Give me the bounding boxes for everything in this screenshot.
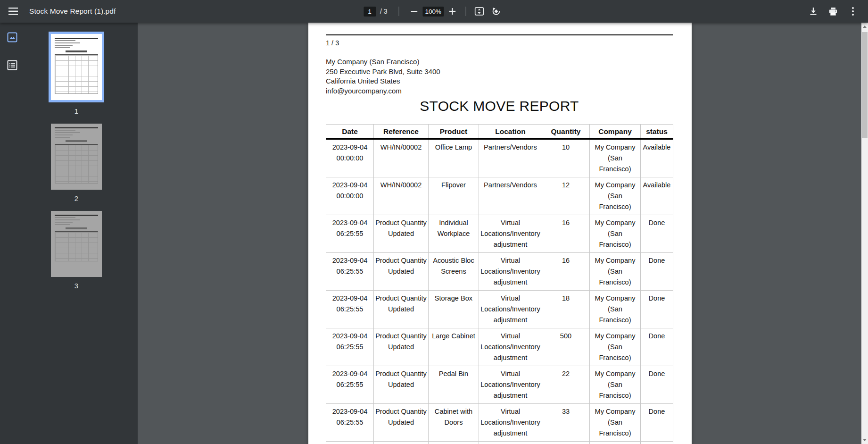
scrollbar-thumb[interactable] — [862, 32, 868, 138]
table-cell: Done — [641, 442, 673, 444]
report-page-indicator: 1 / 3 — [326, 38, 673, 48]
thumbnail-page-preview[interactable] — [51, 211, 102, 277]
scroll-up-arrow-icon — [863, 25, 867, 28]
vertical-scrollbar[interactable] — [861, 23, 868, 444]
table-cell: Individual Workplace — [429, 215, 479, 253]
table-cell: Conference Chair — [429, 442, 479, 444]
table-cell: Product Quantity Updated — [374, 215, 429, 253]
mini-text-line — [55, 217, 75, 218]
table-cell: Done — [641, 366, 673, 404]
table-cell: Office Lamp — [429, 139, 479, 177]
page-thumbnail-2[interactable]: 2 — [51, 124, 102, 203]
table-cell: 22 — [542, 366, 590, 404]
download-button[interactable] — [805, 3, 822, 20]
table-cell: 2023-09-04 06:25:55 — [326, 404, 374, 442]
thumbnail-page-number: 1 — [74, 106, 78, 116]
table-header-cell: Reference — [374, 125, 429, 139]
table-cell: 2023-09-04 06:25:55 — [326, 366, 374, 404]
table-cell: WH/IN/00002 — [374, 177, 429, 215]
document-outline-button[interactable] — [4, 57, 21, 74]
table-header-cell: Location — [479, 125, 542, 139]
zoom-out-button[interactable] — [406, 3, 423, 20]
thumbnail-sidebar: 123 — [0, 23, 138, 444]
page-count-label: / 3 — [380, 8, 388, 15]
print-icon — [829, 7, 837, 16]
table-cell: 26 — [542, 442, 590, 444]
thumbnails-view-button[interactable] — [4, 29, 21, 46]
table-cell: 2023-09-04 00:00:00 — [326, 139, 374, 177]
page-thumbnail-3[interactable]: 3 — [51, 211, 102, 291]
table-cell: 12 — [542, 177, 590, 215]
table-header-cell: Quantity — [542, 125, 590, 139]
menu-icon — [8, 8, 18, 15]
mini-table — [55, 144, 98, 184]
table-cell: Done — [641, 291, 673, 328]
table-cell: My Company (San Francisco) — [590, 215, 641, 253]
toolbar-divider — [399, 7, 399, 16]
more-options-button[interactable] — [844, 3, 861, 20]
table-header-cell: Company — [590, 125, 641, 139]
menu-button[interactable] — [5, 3, 22, 20]
print-button[interactable] — [825, 3, 842, 20]
page-thumbnail-1[interactable]: 1 — [49, 32, 104, 116]
mini-text-line — [55, 137, 70, 138]
table-cell: Product Quantity Updated — [374, 291, 429, 328]
company-name: My Company (San Francisco) — [326, 57, 673, 67]
table-cell: Partners/Vendors — [479, 139, 542, 177]
mini-text-line — [55, 224, 70, 225]
document-viewport[interactable]: 1 / 3 My Company (San Francisco) 250 Exe… — [138, 23, 868, 444]
zoom-in-button[interactable] — [444, 3, 461, 20]
zoom-in-icon — [449, 8, 455, 15]
table-cell: Partners/Vendors — [479, 177, 542, 215]
table-cell: 10 — [542, 139, 590, 177]
table-cell: My Company (San Francisco) — [590, 291, 641, 328]
more-vertical-icon — [852, 7, 854, 16]
table-cell: 16 — [542, 253, 590, 291]
table-header-row: DateReferenceProductLocationQuantityComp… — [326, 125, 673, 139]
report-header-rule — [326, 34, 673, 35]
mini-title-bar — [66, 140, 87, 142]
rotate-counterclockwise-button[interactable] — [488, 3, 504, 20]
table-row: 2023-09-04 06:25:55Product Quantity Upda… — [326, 253, 673, 291]
table-cell: 2023-09-04 06:25:55 — [326, 215, 374, 253]
table-cell: 2023-09-04 00:00:00 — [326, 177, 374, 215]
scroll-down-button[interactable] — [861, 436, 868, 444]
page-number-input[interactable] — [364, 7, 376, 17]
thumbnail-page-number: 3 — [74, 281, 78, 291]
table-cell: My Company (San Francisco) — [590, 253, 641, 291]
table-cell: Large Cabinet — [429, 328, 479, 366]
table-header-cell: Product — [429, 125, 479, 139]
table-row: 2023-09-04 00:00:00WH/IN/00002Office Lam… — [326, 139, 673, 177]
table-cell: 16 — [542, 215, 590, 253]
table-cell: Cabinet with Doors — [429, 404, 479, 442]
mini-text-line — [55, 45, 73, 46]
toolbar-right-group — [805, 3, 868, 20]
thumbnail-list: 123 — [25, 23, 128, 444]
mini-text-line — [55, 219, 80, 220]
table-cell: 2023-09-04 06:25:55 — [326, 328, 374, 366]
toolbar-left-group: Stock Move Report (1).pdf — [0, 3, 116, 20]
mini-rule — [55, 127, 98, 128]
company-address-block: My Company (San Francisco) 250 Executive… — [326, 57, 673, 96]
scroll-up-button[interactable] — [861, 23, 868, 31]
thumbnails-view-icon — [7, 32, 17, 44]
fit-page-button[interactable] — [471, 3, 488, 20]
table-cell: Virtual Locations/Inventory adjustment — [479, 253, 542, 291]
table-cell: Virtual Locations/Inventory adjustment — [479, 366, 542, 404]
fit-page-icon — [474, 7, 484, 16]
zoom-level-button[interactable]: 100% — [423, 7, 444, 17]
mini-text-line — [55, 222, 73, 223]
rotate-counterclockwise-icon — [491, 7, 501, 16]
table-cell: Product Quantity Updated — [374, 328, 429, 366]
table-cell: 2023-09-04 06:25:55 — [326, 253, 374, 291]
table-row: 2023-09-04 06:25:55Product Quantity Upda… — [326, 291, 673, 328]
thumbnail-page-preview[interactable] — [51, 124, 102, 190]
thumbnail-page-preview[interactable] — [49, 32, 104, 102]
table-cell: 2023-09-04 06:25:55 — [326, 442, 374, 444]
table-cell: Storage Box — [429, 291, 479, 328]
table-cell: Acoustic Bloc Screens — [429, 253, 479, 291]
download-icon — [809, 7, 818, 16]
table-cell: Done — [641, 215, 673, 253]
company-address: 250 Executive Park Blvd, Suite 3400 — [326, 67, 673, 77]
table-header-cell: Date — [326, 125, 374, 139]
